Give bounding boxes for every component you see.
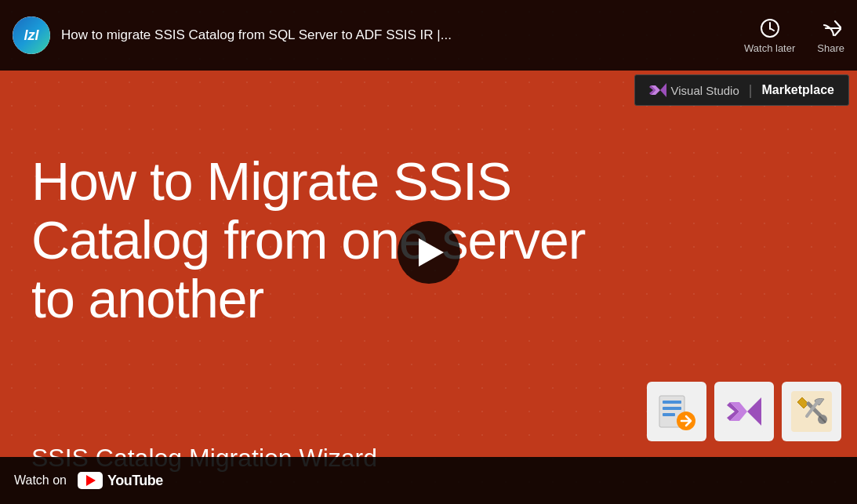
play-triangle-icon (419, 238, 444, 267)
svg-line-2 (770, 28, 774, 31)
top-bar: lzl How to migrate SSIS Catalog from SQL… (0, 0, 857, 71)
app-icon-tools (782, 382, 841, 441)
watch-on-text: Watch on (14, 473, 67, 488)
watch-later-button[interactable]: Watch later (744, 17, 795, 54)
heading-line2: Catalog from one server (31, 210, 585, 270)
play-button[interactable] (398, 221, 460, 284)
app-icons (647, 382, 841, 441)
bar-divider: | (749, 82, 753, 99)
svg-rect-5 (663, 407, 681, 410)
youtube-icon (78, 472, 103, 489)
logo-inner: lzl (13, 16, 50, 54)
svg-rect-4 (663, 401, 681, 404)
youtube-label: YouTube (107, 473, 163, 489)
youtube-logo[interactable]: YouTube (78, 472, 163, 489)
heading-line1: How to Migrate SSIS (31, 151, 511, 211)
video-container: lzl How to migrate SSIS Catalog from SQL… (0, 0, 857, 504)
watch-later-label: Watch later (744, 42, 795, 54)
share-label: Share (817, 42, 844, 54)
logo-text: lzl (24, 27, 38, 44)
app-icon-migration (647, 382, 706, 441)
share-button[interactable]: Share (817, 17, 844, 54)
vs-logo: Visual Studio (649, 82, 739, 99)
watch-later-icon (759, 17, 781, 39)
yt-play-icon (86, 475, 96, 486)
share-icon (820, 17, 842, 39)
svg-rect-6 (663, 413, 675, 416)
video-title: How to migrate SSIS Catalog from SQL Ser… (61, 27, 732, 44)
marketplace-bar[interactable]: Visual Studio | Marketplace (634, 74, 849, 106)
channel-logo[interactable]: lzl (13, 16, 50, 54)
marketplace-label: Marketplace (762, 83, 835, 97)
heading-line3: to another (31, 269, 263, 328)
bottom-bar: Watch on YouTube (0, 457, 857, 504)
app-icon-visual-studio (714, 382, 774, 441)
top-actions: Watch later Share (744, 17, 844, 54)
vs-label: Visual Studio (671, 84, 739, 97)
